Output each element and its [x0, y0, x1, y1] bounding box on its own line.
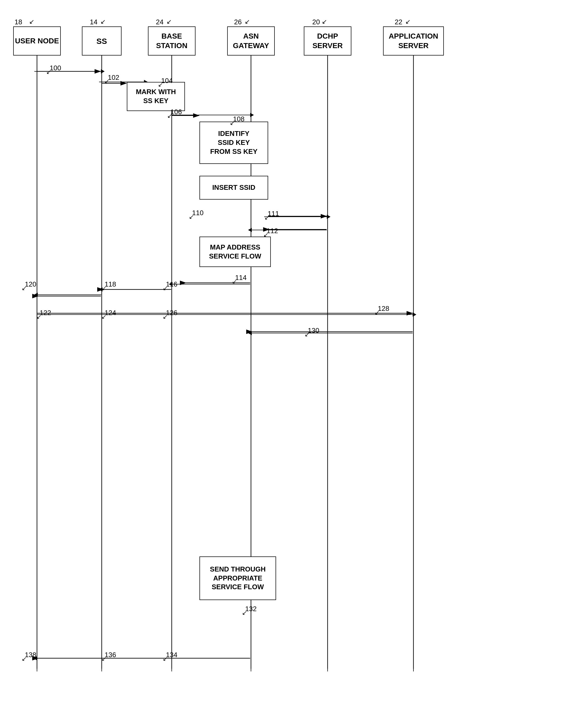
ref-122-tick: ↙ — [36, 314, 41, 320]
ref-18: 18 — [15, 18, 22, 26]
ref-114: 114 — [235, 274, 247, 282]
user-node-box: USER NODE — [13, 26, 61, 56]
svg-marker-18 — [248, 228, 252, 232]
ref-104-tick: ↙ — [158, 81, 163, 88]
ref-116: 116 — [166, 280, 177, 288]
asn-gateway-box: ASNGATEWAY — [227, 26, 275, 56]
svg-marker-28 — [248, 331, 252, 335]
ref-122: 122 — [40, 309, 51, 317]
ref-110: 110 — [192, 209, 204, 217]
ref-126: 126 — [166, 309, 177, 317]
ref-20: 20 — [312, 18, 320, 26]
identify-ssid-label: IDENTIFYSSID KEYFROM SS KEY — [210, 129, 257, 156]
ref-104: 104 — [161, 77, 173, 85]
ref-24-tick: ↙ — [167, 18, 172, 25]
ref-124-tick: ↙ — [102, 314, 106, 320]
ref-128-tick: ↙ — [375, 309, 379, 316]
ss-label: SS — [96, 36, 107, 46]
dchp-server-box: DCHPSERVER — [304, 26, 351, 56]
ss-box: SS — [82, 26, 122, 56]
ref-114-tick: ↙ — [232, 278, 237, 285]
ref-110-tick: ↙ — [189, 214, 194, 220]
ref-26-tick: ↙ — [245, 18, 250, 25]
send-through-label: SEND THROUGHAPPROPRIATESERVICE FLOW — [210, 565, 266, 592]
ref-118: 118 — [105, 280, 116, 288]
ref-108: 108 — [233, 115, 245, 123]
ref-124: 124 — [105, 309, 116, 317]
ref-20-tick: ↙ — [322, 18, 327, 25]
app-server-label: APPLICATIONSERVER — [389, 31, 438, 51]
ref-108-tick: ↙ — [230, 120, 235, 127]
ref-130: 130 — [308, 326, 319, 335]
insert-ssid-box: INSERT SSID — [200, 176, 268, 200]
ref-100-tick: ↙ — [46, 69, 51, 76]
insert-ssid-label: INSERT SSID — [212, 183, 255, 192]
mark-ss-key-label: MARK WITHSS KEY — [136, 87, 176, 105]
ref-136: 136 — [105, 651, 116, 659]
diagram: USER NODE SS BASESTATION ASNGATEWAY DCHP… — [0, 0, 568, 728]
asn-gateway-label: ASNGATEWAY — [233, 31, 269, 51]
map-address-box: MAP ADDRESSSERVICE FLOW — [200, 237, 271, 267]
ref-102-tick: ↙ — [104, 78, 109, 85]
ref-26: 26 — [234, 18, 242, 26]
send-through-box: SEND THROUGHAPPROPRIATESERVICE FLOW — [200, 556, 276, 600]
ref-100: 100 — [50, 64, 61, 72]
ref-132-tick: ↙ — [242, 610, 247, 616]
ref-134: 134 — [166, 651, 177, 659]
ref-112: 112 — [267, 227, 278, 235]
ref-126-tick: ↙ — [163, 314, 168, 320]
app-server-box: APPLICATIONSERVER — [383, 26, 444, 56]
ref-24: 24 — [156, 18, 164, 26]
ref-22-tick: ↙ — [405, 18, 410, 25]
ref-106-tick: ↙ — [167, 113, 172, 119]
mark-ss-key-box: MARK WITHSS KEY — [127, 82, 185, 111]
ref-120: 120 — [25, 280, 36, 288]
ref-14: 14 — [90, 18, 98, 26]
ref-14-tick: ↙ — [100, 18, 106, 25]
ref-102: 102 — [108, 73, 119, 82]
ref-130-tick: ↙ — [304, 331, 309, 338]
ref-136-tick: ↙ — [102, 656, 106, 662]
ref-120-tick: ↙ — [22, 285, 26, 292]
identify-ssid-box: IDENTIFYSSID KEYFROM SS KEY — [200, 122, 268, 164]
ref-106: 106 — [171, 108, 182, 116]
diagram-svg — [0, 0, 568, 728]
ref-22: 22 — [395, 18, 402, 26]
svg-marker-14 — [250, 113, 254, 117]
ref-111: 111 — [268, 210, 279, 218]
ref-138: 138 — [25, 651, 36, 659]
dchp-server-label: DCHPSERVER — [312, 31, 343, 51]
map-address-label: MAP ADDRESSSERVICE FLOW — [209, 243, 261, 261]
ref-118-tick: ↙ — [102, 285, 106, 292]
ref-132: 132 — [245, 605, 257, 613]
base-station-label: BASESTATION — [156, 31, 188, 51]
ref-116-tick: ↙ — [163, 285, 168, 292]
ref-128: 128 — [378, 305, 389, 313]
ref-112-tick: ↙ — [264, 232, 268, 238]
ref-18-tick: ↙ — [29, 18, 34, 25]
ref-138-tick: ↙ — [22, 656, 26, 662]
user-node-label: USER NODE — [15, 36, 59, 46]
svg-marker-10 — [101, 69, 105, 73]
svg-marker-26 — [413, 312, 416, 317]
base-station-box: BASESTATION — [148, 26, 196, 56]
ref-111-tick: ↙ — [265, 214, 269, 221]
svg-marker-16 — [327, 215, 330, 219]
ref-134-tick: ↙ — [163, 656, 168, 662]
